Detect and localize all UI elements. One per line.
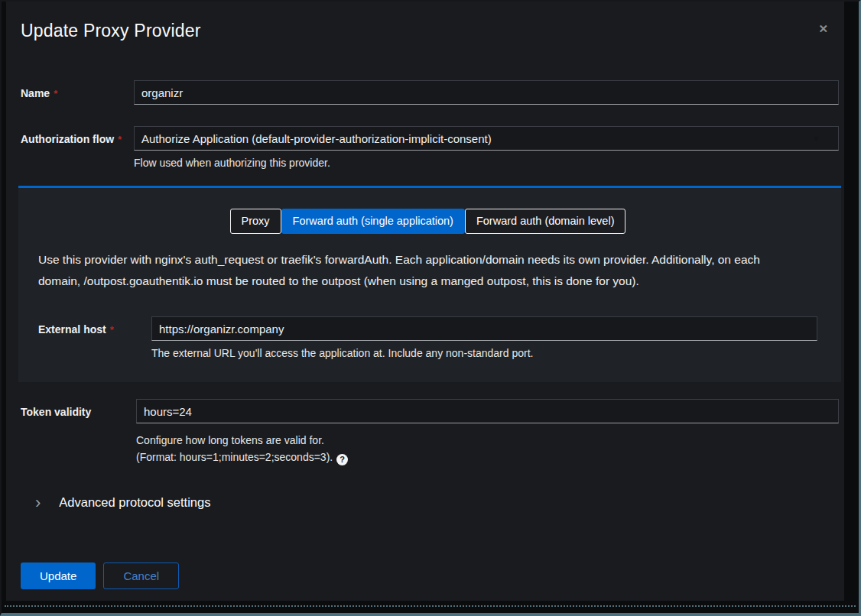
mode-tab-forward-auth-domain[interactable]: Forward auth (domain level) [465, 209, 626, 234]
token-validity-format-help: (Format: hours=1;minutes=2;seconds=3).? [136, 449, 839, 465]
mode-description: Use this provider with nginx's auth_requ… [38, 249, 817, 292]
help-icon[interactable]: ? [336, 454, 348, 465]
proxy-mode-card: Proxy Forward auth (single application) … [18, 186, 841, 382]
proxy-mode-toggle-group: Proxy Forward auth (single application) … [38, 209, 817, 234]
advanced-protocol-settings-toggle[interactable]: › Advanced protocol settings [21, 494, 839, 511]
modal-title: Update Proxy Provider [21, 18, 839, 43]
authorization-flow-help: Flow used when authorizing this provider… [134, 155, 839, 170]
caret-down-icon: ▼ [812, 134, 820, 143]
advanced-protocol-settings-label: Advanced protocol settings [59, 495, 210, 510]
modal-header: Update Proxy Provider ✕ [21, 18, 839, 43]
chevron-right-icon: › [35, 494, 41, 511]
mode-tab-forward-auth-single[interactable]: Forward auth (single application) [281, 209, 465, 234]
backdrop-focus-outline [5, 605, 856, 607]
modal-footer: Update Cancel [21, 563, 839, 589]
authorization-flow-select[interactable]: Authorize Application (default-provider-… [134, 126, 839, 151]
update-proxy-provider-modal: Update Proxy Provider ✕ Name* Authorizat… [6, 2, 844, 601]
external-host-label: External host* [38, 316, 151, 336]
required-marker: * [110, 324, 114, 336]
selected-flow-option: Authorize Application (default-provider-… [141, 132, 492, 145]
external-host-help: The external URL you'll access the appli… [151, 345, 817, 361]
authorization-flow-row: Authorization flow* Authorize Applicatio… [21, 126, 839, 170]
token-validity-label: Token validity [21, 399, 136, 419]
name-field-row: Name* [21, 80, 839, 105]
token-validity-help: Configure how long tokens are valid for. [136, 433, 839, 448]
window-frame: Update Proxy Provider ✕ Name* Authorizat… [0, 0, 861, 616]
token-validity-input[interactable] [136, 399, 839, 423]
mode-tab-proxy[interactable]: Proxy [230, 209, 281, 234]
cancel-button[interactable]: Cancel [103, 563, 179, 589]
external-host-input[interactable] [151, 316, 817, 341]
required-marker: * [118, 134, 122, 145]
token-validity-row: Token validity Configure how long tokens… [21, 399, 839, 465]
name-input[interactable] [134, 80, 839, 105]
close-icon[interactable]: ✕ [818, 23, 828, 34]
required-marker: * [54, 88, 57, 99]
external-host-row: External host* The external URL you'll a… [38, 316, 817, 361]
update-button[interactable]: Update [21, 563, 96, 589]
authorization-flow-label: Authorization flow* [21, 126, 134, 146]
name-label: Name* [21, 80, 134, 100]
